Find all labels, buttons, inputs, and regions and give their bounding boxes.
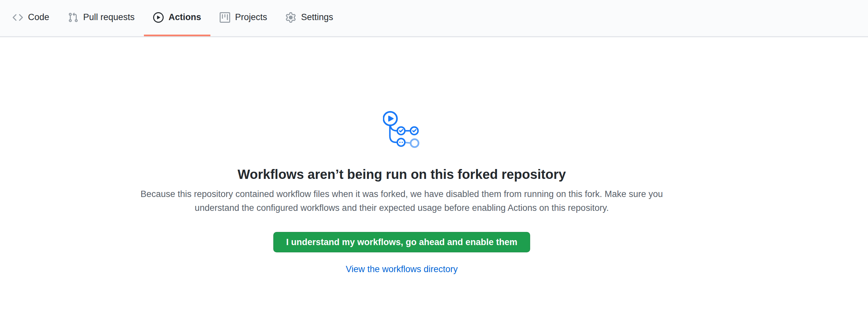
project-board-icon bbox=[220, 12, 230, 23]
tab-actions[interactable]: Actions bbox=[144, 0, 210, 36]
tab-label-pull-requests: Pull requests bbox=[83, 12, 135, 22]
tab-label-settings: Settings bbox=[301, 12, 333, 22]
blankslate-description: Because this repository contained workfl… bbox=[132, 187, 672, 215]
tab-pull-requests[interactable]: Pull requests bbox=[59, 0, 144, 36]
blankslate-title: Workflows aren’t being run on this forke… bbox=[0, 166, 803, 183]
play-circle-icon bbox=[153, 12, 164, 23]
tab-label-projects: Projects bbox=[235, 12, 268, 22]
tab-label-actions: Actions bbox=[168, 12, 201, 22]
tab-label-code: Code bbox=[28, 12, 50, 22]
repo-tab-nav: Code Pull requests Actions Projects Sett… bbox=[0, 0, 868, 37]
git-pull-request-icon bbox=[68, 12, 79, 23]
tab-settings[interactable]: Settings bbox=[276, 0, 342, 36]
enable-workflows-button[interactable]: I understand my workflows, go ahead and … bbox=[273, 232, 530, 252]
code-icon bbox=[12, 12, 23, 23]
main-content: Workflows aren’t being run on this forke… bbox=[0, 37, 803, 274]
tab-code[interactable]: Code bbox=[3, 0, 59, 36]
workflow-illustration-icon bbox=[383, 111, 421, 148]
gear-icon bbox=[285, 12, 296, 23]
tab-projects[interactable]: Projects bbox=[210, 0, 277, 36]
view-workflows-directory-link[interactable]: View the workflows directory bbox=[346, 264, 458, 274]
